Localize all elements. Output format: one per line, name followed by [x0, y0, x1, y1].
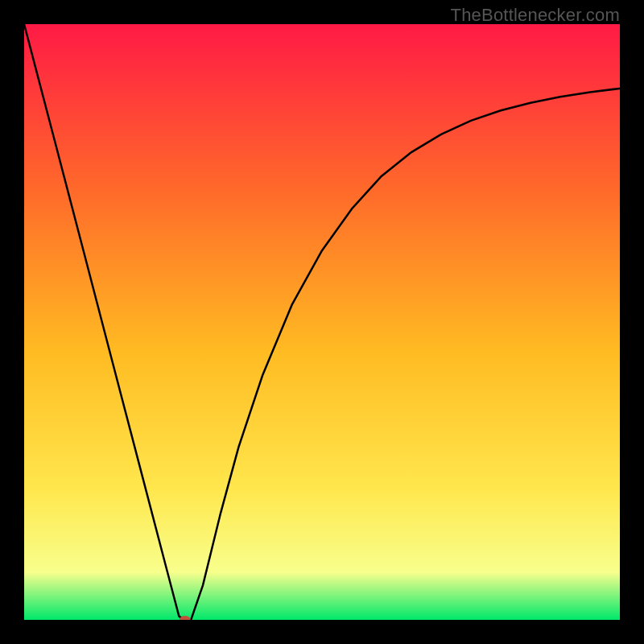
chart-svg [24, 24, 620, 620]
watermark-text: TheBottlenecker.com [451, 5, 620, 26]
plot-area [24, 24, 620, 620]
gradient-bg [24, 24, 620, 620]
chart-frame: TheBottlenecker.com [0, 0, 644, 644]
